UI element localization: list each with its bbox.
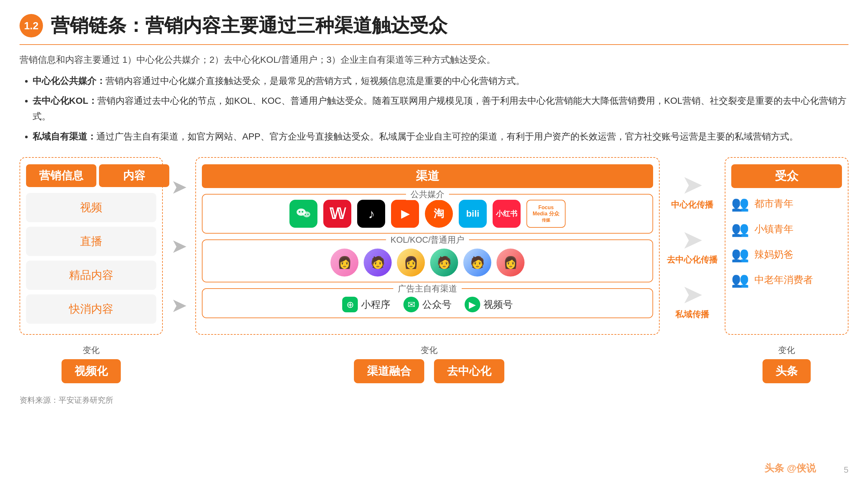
audience-item-3: 👥 辣妈奶爸 — [731, 246, 842, 263]
middle-bottom-btn-2: 去中心化 — [434, 359, 504, 383]
left-box-header: 营销信息 内容 — [26, 164, 169, 187]
mini-program-item: ⊕ 小程序 — [342, 297, 391, 312]
bullet-item-2: 去中心化KOL：营销内容通过去中心化的节点，如KOL、KOC、普通用户触达受众。… — [33, 93, 848, 124]
arrow-icon-3: ➤ — [171, 294, 187, 317]
left-header-2: 内容 — [99, 164, 169, 187]
content-item-live: 直播 — [26, 227, 156, 256]
wechat-icon — [289, 200, 317, 228]
main-diagram: 营销信息 内容 视频 直播 精品内容 快消内容 ➤ ➤ ➤ 渠道 公共媒介 𝕎 — [20, 157, 848, 335]
central-arrow-icon: ➤ — [681, 172, 703, 198]
section-badge: 1.2 — [20, 14, 43, 37]
bottom-row: 变化 视频化 变化 渠道融合 去中心化 变化 头条 — [20, 345, 848, 383]
kol-label: KOL/KOC/普通用户 — [386, 234, 469, 246]
public-media-label: 公共媒介 — [406, 189, 449, 200]
kol-avatar-4: 🧑 — [430, 249, 458, 276]
description-text: 营销信息和内容主要通过 1）中心化公共媒介；2）去中心化KOL/普通用户；3）企… — [20, 53, 848, 67]
private-channel-section: 广告主自有渠道 ⊕ 小程序 ✉ 公众号 ▶ 视频号 — [202, 288, 653, 318]
right-change-label: 变化 — [778, 345, 795, 356]
kol-avatar-5: 🧑 — [463, 249, 491, 276]
kol-avatars: 👩 🧑 👩 🧑 🧑 👩 — [209, 245, 646, 276]
audience-label-1: 都市青年 — [754, 197, 794, 210]
bullet-1-text: 营销内容通过中心化媒介直接触达受众，是最常见的营销方式，短视频信息流是重要的中心… — [105, 76, 525, 86]
kol-avatar-3: 👩 — [397, 249, 425, 276]
kol-section: KOL/KOC/普通用户 👩 🧑 👩 🧑 🧑 👩 — [202, 239, 653, 282]
taobao-icon: 淘 — [425, 200, 453, 228]
bullet-2-text: 营销内容通过去中心化的节点，如KOL、KOC、普通用户触达受众。随着互联网用户规… — [33, 96, 846, 121]
private-channel-label: 广告主自有渠道 — [393, 283, 462, 294]
xiaohongshu-icon: 小红书 — [493, 200, 521, 228]
public-media-section: 公共媒介 𝕎 ♪ ▶ 淘 bili 小红书 Fo — [202, 194, 653, 234]
private-trans-label: 私域传播 — [675, 309, 709, 320]
audience-icon-3: 👥 — [731, 246, 749, 263]
bullet-item-1: 中心化公共媒介：营销内容通过中心化媒介直接触达受众，是最常见的营销方式，短视频信… — [33, 73, 848, 89]
audience-label-2: 小镇青年 — [754, 223, 794, 236]
page-header: 1.2 营销链条：营销内容主要通过三种渠道触达受众 — [20, 13, 848, 38]
bullet-3-text: 通过广告主自有渠道，如官方网站、APP、官方企业号直接触达受众。私域属于企业自主… — [96, 131, 798, 141]
mini-program-icon: ⊕ — [342, 297, 358, 312]
watermark: 头条 @侠说 — [765, 462, 816, 475]
svg-point-5 — [307, 214, 309, 215]
content-item-fast: 快消内容 — [26, 294, 156, 324]
svg-point-4 — [305, 214, 306, 215]
gongzhonghao-icon: ✉ — [403, 297, 419, 312]
audience-icon-1: 👥 — [731, 195, 749, 212]
middle-bottom: 变化 渠道融合 去中心化 — [198, 345, 660, 383]
svg-point-3 — [302, 211, 304, 213]
audience-label-4: 中老年消费者 — [754, 273, 813, 287]
shipinhao-label: 视频号 — [484, 298, 513, 311]
focus-media-icon: Focus Media 分众 传媒 — [526, 200, 565, 228]
gongzhonghao-item: ✉ 公众号 — [403, 297, 452, 312]
arrow-icon-2: ➤ — [171, 234, 187, 257]
kol-avatar-2: 🧑 — [364, 249, 392, 276]
svg-point-1 — [303, 212, 310, 217]
shipinhao-icon: ▶ — [465, 297, 480, 312]
page-title: 营销链条：营销内容主要通过三种渠道触达受众 — [51, 13, 447, 38]
transmission-arrows: ➤ 中心化传播 ➤ 去中心化传播 ➤ 私域传播 — [660, 157, 725, 335]
douyin-icon: ♪ — [357, 200, 385, 228]
content-item-video: 视频 — [26, 193, 156, 222]
bilibili-icon: bili — [459, 200, 487, 228]
bullet-2-bold: 去中心化KOL： — [33, 96, 97, 106]
central-trans: ➤ 中心化传播 — [671, 172, 713, 210]
audience-icon-2: 👥 — [731, 221, 749, 237]
channel-title: 渠道 — [202, 164, 653, 188]
audience-item-1: 👥 都市青年 — [731, 195, 842, 212]
media-icons-row1: 𝕎 ♪ ▶ 淘 bili 小红书 Focus Media 分众 传媒 — [209, 200, 646, 228]
decentral-arrow-icon: ➤ — [681, 227, 703, 253]
middle-box: 渠道 公共媒介 𝕎 ♪ ▶ 淘 bili 小红书 — [195, 157, 660, 335]
middle-bottom-btn-1: 渠道融合 — [354, 359, 424, 383]
left-change-label: 变化 — [83, 345, 100, 356]
audience-label-3: 辣妈奶爸 — [754, 248, 794, 261]
audience-item-2: 👥 小镇青年 — [731, 221, 842, 237]
bullet-1-bold: 中心化公共媒介： — [33, 76, 105, 86]
weibo-icon: 𝕎 — [323, 200, 351, 228]
arrow-icon-1: ➤ — [171, 175, 187, 198]
bullet-item-3: 私域自有渠道：通过广告主自有渠道，如官方网站、APP、官方企业号直接触达受众。私… — [33, 129, 848, 144]
private-arrow-icon: ➤ — [681, 282, 703, 307]
bullet-list: 中心化公共媒介：营销内容通过中心化媒介直接触达受众，是最常见的营销方式，短视频信… — [33, 73, 848, 144]
decentralized-trans: ➤ 去中心化传播 — [667, 227, 718, 265]
shipinhao-item: ▶ 视频号 — [465, 297, 513, 312]
left-bottom-btn: 视频化 — [62, 359, 121, 383]
right-bottom-btn: 头条 — [763, 359, 811, 383]
gongzhonghao-label: 公众号 — [422, 298, 452, 311]
svg-point-2 — [299, 211, 301, 213]
left-bottom: 变化 视频化 — [20, 345, 163, 383]
kol-avatar-6: 👩 — [497, 249, 525, 276]
private-trans: ➤ 私域传播 — [675, 282, 709, 320]
middle-bottom-btns: 渠道融合 去中心化 — [354, 359, 504, 383]
header-divider — [20, 44, 848, 45]
kol-avatar-1: 👩 — [331, 249, 359, 276]
left-box: 营销信息 内容 视频 直播 精品内容 快消内容 — [20, 157, 163, 335]
audience-item-4: 👥 中老年消费者 — [731, 271, 842, 288]
bullet-3-bold: 私域自有渠道： — [33, 131, 96, 141]
content-item-premium: 精品内容 — [26, 261, 156, 290]
mini-program-label: 小程序 — [361, 298, 391, 311]
page-number: 5 — [844, 465, 848, 475]
right-bottom: 变化 头条 — [725, 345, 848, 383]
private-channel-icons: ⊕ 小程序 ✉ 公众号 ▶ 视频号 — [209, 294, 646, 312]
central-trans-label: 中心化传播 — [671, 199, 713, 210]
left-header-1: 营销信息 — [26, 164, 96, 187]
middle-change-label: 变化 — [421, 345, 438, 356]
kuaishou-icon: ▶ — [391, 200, 419, 228]
